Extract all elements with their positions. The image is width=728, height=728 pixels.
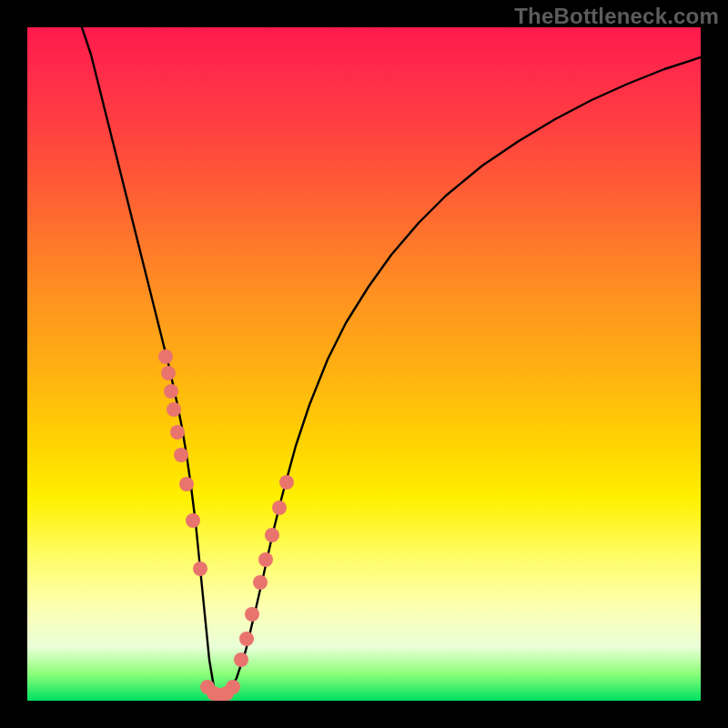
- bottleneck-curve: [82, 27, 701, 696]
- data-dot: [245, 607, 259, 622]
- data-dot: [234, 652, 248, 667]
- data-dot: [253, 575, 268, 590]
- data-dot: [170, 425, 185, 440]
- data-dot: [265, 528, 279, 542]
- data-dot: [239, 632, 254, 646]
- data-dot: [272, 500, 287, 515]
- data-dots: [158, 349, 294, 701]
- data-dot: [167, 402, 181, 417]
- data-dot: [186, 513, 200, 528]
- data-dot: [161, 366, 176, 380]
- data-dot: [164, 384, 178, 399]
- chart-frame: [27, 27, 701, 701]
- bottleneck-chart: [27, 27, 701, 701]
- data-dot: [279, 475, 294, 490]
- data-dot: [226, 680, 240, 694]
- watermark-text: TheBottleneck.com: [514, 4, 719, 29]
- data-dot: [179, 477, 194, 491]
- data-dot: [174, 448, 188, 462]
- data-dot: [258, 552, 273, 567]
- data-dot: [193, 561, 207, 576]
- data-dot: [158, 349, 173, 364]
